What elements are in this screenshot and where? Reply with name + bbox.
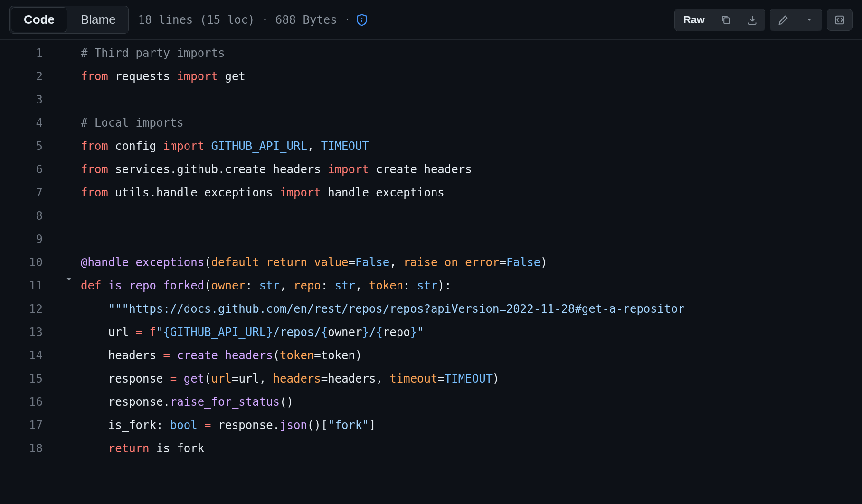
edit-group [770,9,822,31]
line-number[interactable]: 11 [0,274,57,298]
chevron-down-icon [805,16,813,24]
code-line: 18 return is_fork [0,437,862,460]
code-line: 12 """https://docs.github.com/en/rest/re… [0,298,862,321]
code-line: 5from config import GITHUB_API_URL, TIME… [0,135,862,158]
code-content[interactable]: from config import GITHUB_API_URL, TIMEO… [81,135,862,158]
download-button[interactable] [739,9,765,31]
code-line: 15 response = get(url=url, headers=heade… [0,367,862,391]
svg-rect-2 [724,18,729,23]
code-line: 9 [0,228,862,251]
code-content[interactable]: return is_fork [81,437,862,460]
line-number[interactable]: 9 [0,228,57,251]
code-line: 6from services.github.create_headers imp… [0,158,862,181]
code-content[interactable]: response = get(url=url, headers=headers,… [81,367,862,391]
tab-blame[interactable]: Blame [68,6,128,33]
fold-toggle[interactable] [57,274,81,284]
file-info: 18 lines (15 loc) · 688 Bytes · [138,13,368,27]
code-area[interactable]: 1# Third party imports2from requests imp… [0,40,862,460]
code-line: 17 is_fork: bool = response.json()["fork… [0,414,862,437]
edit-button[interactable] [770,9,796,31]
code-line: 10@handle_exceptions(default_return_valu… [0,251,862,274]
code-line: 7from utils.handle_exceptions import han… [0,181,862,205]
line-number[interactable]: 8 [0,205,57,228]
view-switcher: Code Blame [9,6,129,34]
code-line: 3 [0,88,862,112]
download-icon [747,15,758,25]
code-content[interactable]: from services.github.create_headers impo… [81,158,862,181]
code-line: 8 [0,205,862,228]
code-content[interactable]: @handle_exceptions(default_return_value=… [81,251,862,274]
file-toolbar: Code Blame 18 lines (15 loc) · 688 Bytes… [0,0,862,40]
code-content[interactable]: # Third party imports [81,42,862,65]
toolbar-right: Raw [674,9,853,31]
code-content[interactable]: is_fork: bool = response.json()["fork"] [81,414,862,437]
pencil-icon [778,15,788,25]
line-number[interactable]: 16 [0,391,57,414]
symbols-icon [834,15,845,25]
line-number[interactable]: 3 [0,88,57,112]
code-line: 2from requests import get [0,65,862,88]
code-content[interactable]: headers = create_headers(token=token) [81,344,862,367]
line-number[interactable]: 15 [0,367,57,391]
code-content[interactable]: response.raise_for_status() [81,391,862,414]
code-line: 14 headers = create_headers(token=token) [0,344,862,367]
raw-button[interactable]: Raw [675,9,713,31]
code-content[interactable]: url = f"{GITHUB_API_URL}/repos/{owner}/{… [81,321,862,344]
copy-button[interactable] [713,9,739,31]
line-number[interactable]: 12 [0,298,57,321]
shield-icon[interactable] [356,14,368,26]
svg-rect-1 [361,20,362,22]
code-content[interactable]: from requests import get [81,65,862,88]
line-number[interactable]: 2 [0,65,57,88]
code-content[interactable]: # Local imports [81,112,862,135]
code-line: 16 response.raise_for_status() [0,391,862,414]
code-line: 4# Local imports [0,112,862,135]
symbols-button[interactable] [827,9,853,31]
line-number[interactable]: 6 [0,158,57,181]
code-line: 11def is_repo_forked(owner: str, repo: s… [0,274,862,298]
file-info-text: 18 lines (15 loc) · 688 Bytes · [138,13,351,27]
code-content[interactable]: from utils.handle_exceptions import hand… [81,181,862,205]
copy-icon [721,15,731,25]
toolbar-left: Code Blame 18 lines (15 loc) · 688 Bytes… [9,6,368,34]
line-number[interactable]: 13 [0,321,57,344]
code-content[interactable]: def is_repo_forked(owner: str, repo: str… [81,274,862,298]
line-number[interactable]: 1 [0,42,57,65]
edit-dropdown-button[interactable] [796,9,822,31]
line-number[interactable]: 10 [0,251,57,274]
raw-group: Raw [674,9,765,31]
line-number[interactable]: 17 [0,414,57,437]
line-number[interactable]: 4 [0,112,57,135]
line-number[interactable]: 14 [0,344,57,367]
code-line: 13 url = f"{GITHUB_API_URL}/repos/{owner… [0,321,862,344]
line-number[interactable]: 7 [0,181,57,205]
tab-code[interactable]: Code [11,7,67,32]
svg-point-0 [361,18,362,19]
code-content[interactable]: """https://docs.github.com/en/rest/repos… [81,298,862,321]
code-line: 1# Third party imports [0,42,862,65]
line-number[interactable]: 5 [0,135,57,158]
line-number[interactable]: 18 [0,437,57,460]
